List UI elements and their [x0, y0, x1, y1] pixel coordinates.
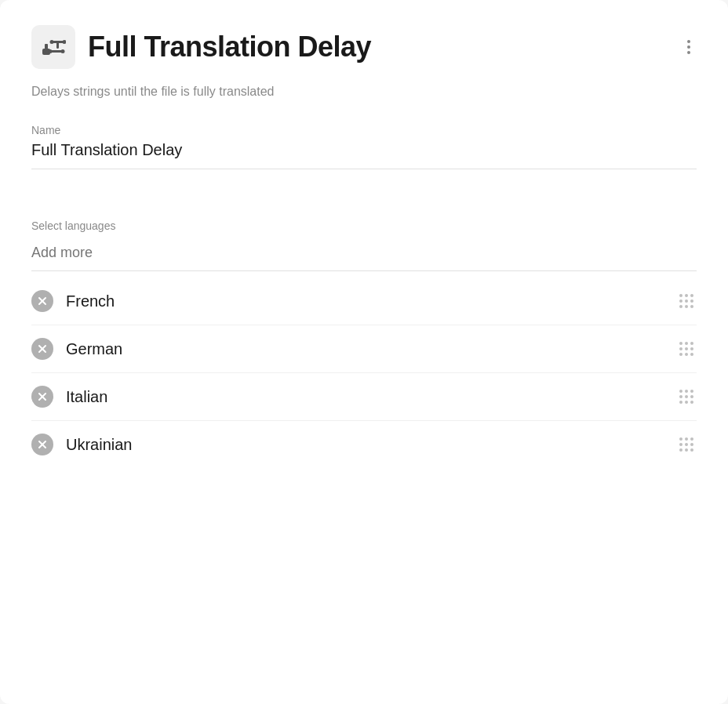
- svg-rect-1: [45, 44, 48, 50]
- plugin-icon: [31, 25, 75, 69]
- remove-icon: [36, 390, 49, 403]
- remove-french-button[interactable]: [31, 290, 53, 312]
- remove-italian-button[interactable]: [31, 386, 53, 408]
- dot-1: [687, 40, 690, 43]
- language-name-french: French: [66, 292, 115, 310]
- header: Full Translation Delay: [31, 25, 697, 69]
- language-item-left: French: [31, 290, 115, 312]
- language-item-italian: Italian: [31, 373, 697, 421]
- language-item-left: Italian: [31, 386, 107, 408]
- svg-point-4: [50, 40, 54, 44]
- remove-icon: [36, 343, 49, 355]
- language-name-german: German: [66, 340, 122, 358]
- languages-label: Select languages: [31, 220, 697, 232]
- dot-2: [687, 45, 690, 49]
- dot-3: [687, 51, 690, 54]
- language-name-italian: Italian: [66, 388, 107, 406]
- remove-icon: [36, 295, 49, 307]
- remove-german-button[interactable]: [31, 338, 53, 360]
- language-item-german: German: [31, 325, 697, 373]
- language-item-ukrainian: Ukrainian: [31, 421, 697, 468]
- header-left: Full Translation Delay: [31, 25, 371, 69]
- translation-icon: [41, 34, 66, 60]
- subtitle-text: Delays strings until the file is fully t…: [31, 85, 697, 99]
- svg-rect-3: [56, 41, 59, 49]
- svg-point-8: [61, 49, 65, 53]
- language-item-left: Ukrainian: [31, 434, 132, 455]
- drag-handle-italian[interactable]: [676, 386, 697, 407]
- spacer: [31, 188, 697, 207]
- svg-point-7: [49, 49, 53, 53]
- languages-section: Select languages French: [31, 220, 697, 468]
- remove-icon: [36, 438, 49, 451]
- language-name-ukrainian: Ukrainian: [66, 436, 132, 454]
- name-label: Name: [31, 124, 697, 136]
- add-language-input[interactable]: [31, 238, 697, 271]
- name-value: Full Translation Delay: [31, 141, 697, 169]
- page-title: Full Translation Delay: [88, 31, 371, 64]
- language-item-french: French: [31, 278, 697, 325]
- drag-handle-french[interactable]: [676, 291, 697, 311]
- remove-ukrainian-button[interactable]: [31, 434, 53, 455]
- svg-point-5: [63, 40, 67, 44]
- drag-handle-german[interactable]: [676, 339, 697, 359]
- more-options-button[interactable]: [681, 34, 697, 60]
- language-list: French: [31, 278, 697, 468]
- language-item-left: German: [31, 338, 122, 360]
- drag-handle-ukrainian[interactable]: [676, 434, 697, 455]
- name-section: Name Full Translation Delay: [31, 124, 697, 169]
- main-card: Full Translation Delay Delays strings un…: [0, 0, 728, 704]
